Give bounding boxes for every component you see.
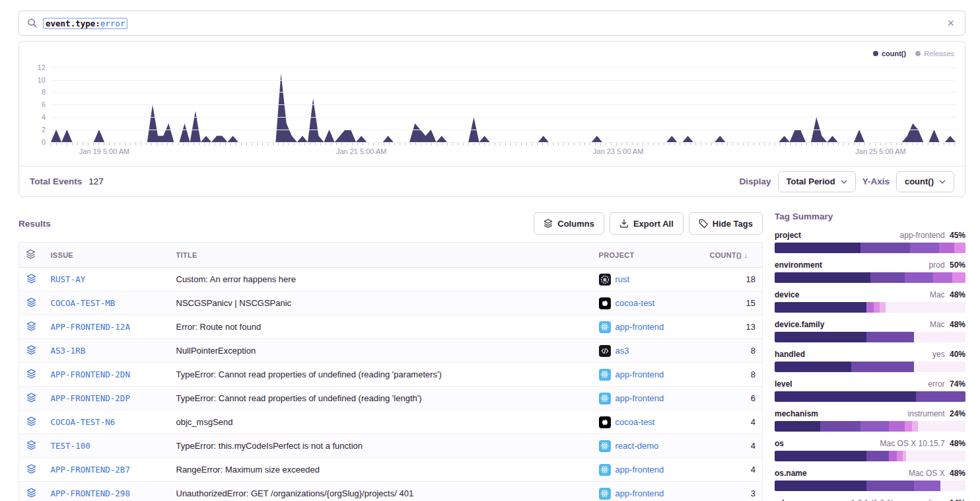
issue-stack-icon[interactable]: [26, 297, 36, 307]
columns-button[interactable]: Columns: [534, 212, 604, 235]
project-link[interactable]: as3: [615, 346, 629, 356]
project-link[interactable]: app-frontend: [615, 465, 664, 475]
issue-link[interactable]: APP-FRONTEND-2DP: [51, 393, 130, 403]
issue-stack-icon[interactable]: [26, 440, 36, 450]
tag-bar-segment: [905, 421, 913, 432]
tag-bar-segment: [820, 421, 860, 432]
tag-distribution-bar[interactable]: [775, 451, 965, 461]
code-project-icon: [599, 345, 611, 357]
tag-summary-item: mechanism instrument 24%: [775, 409, 965, 432]
issue-stack-icon[interactable]: [26, 416, 36, 426]
tag-distribution-bar[interactable]: [775, 272, 965, 283]
legend-item-releases[interactable]: Releases: [915, 50, 954, 58]
count-value: 4: [703, 434, 763, 458]
issue-title: objc_msgSend: [176, 417, 233, 427]
issue-stack-icon[interactable]: [26, 464, 36, 474]
gridline: [51, 104, 956, 105]
y-axis-tick-label: 6: [24, 100, 46, 108]
issue-link[interactable]: APP-FRONTEND-2DN: [51, 369, 130, 379]
tag-bar-segment: [914, 362, 965, 372]
issue-stack-icon[interactable]: [26, 488, 36, 498]
tag-top-value: instrument: [908, 409, 947, 418]
display-dropdown[interactable]: Total Period: [778, 171, 856, 192]
yaxis-dropdown[interactable]: count(): [896, 171, 954, 192]
tag-bar-segment: [897, 451, 903, 461]
x-axis-tick-label: Jan 19 5:00 AM: [79, 147, 129, 155]
legend-label: Releases: [924, 50, 954, 58]
tag-bar-segment: [916, 391, 965, 402]
tag-distribution-bar[interactable]: [775, 391, 965, 402]
chart-legend: count()Releases: [873, 50, 954, 58]
table-row: TEST-100 TypeError: this.myCodeIsPerfect…: [19, 434, 763, 458]
tag-bar-segment: [933, 272, 952, 283]
project-link[interactable]: react-demo: [615, 441, 659, 451]
issue-stack-icon[interactable]: [26, 393, 36, 403]
clear-search-icon[interactable]: ×: [944, 16, 957, 30]
project-link[interactable]: app-frontend: [615, 488, 664, 498]
export-all-button[interactable]: Export All: [610, 212, 683, 235]
tag-bar-segment: [775, 391, 916, 402]
tag-bar-segment: [851, 362, 914, 372]
issue-title: Error: Route not found: [176, 322, 262, 332]
total-events-value: 127: [88, 176, 104, 186]
project-link[interactable]: app-frontend: [615, 322, 664, 332]
count-value: 18: [703, 268, 763, 291]
tag-bar-segment: [870, 272, 905, 283]
issue-link[interactable]: COCOA-TEST-N6: [51, 417, 116, 427]
table-row: APP-FRONTEND-298 UnauthorizedError: GET …: [19, 482, 763, 501]
project-link[interactable]: app-frontend: [615, 369, 664, 379]
legend-dot-icon: [915, 51, 921, 56]
issue-stack-icon[interactable]: [26, 369, 36, 379]
react-project-icon: [599, 440, 611, 452]
tag-bar-segment: [775, 302, 866, 313]
table-row: APP-FRONTEND-12A Error: Route not found …: [19, 315, 763, 339]
x-axis-tick-label: Jan 25 5:00 AM: [855, 147, 905, 155]
tag-distribution-bar[interactable]: [775, 362, 965, 372]
column-header-issue[interactable]: ISSUE: [44, 243, 170, 268]
issue-stack-icon[interactable]: [26, 274, 36, 284]
search-input[interactable]: event.type:error: [43, 18, 939, 29]
tag-bar-segment: [775, 332, 866, 342]
tag-distribution-bar[interactable]: [775, 421, 965, 432]
legend-item-count[interactable]: count(): [873, 50, 906, 58]
tag-distribution-bar[interactable]: [775, 243, 965, 253]
gridline: [51, 80, 956, 81]
project-link[interactable]: cocoa-test: [615, 417, 655, 427]
tag-summary-item: level error 74%: [775, 379, 965, 402]
tag-bar-segment: [866, 332, 914, 342]
chart-panel: count()Releases 024681012 Jan 19 5:00 AM…: [18, 41, 965, 197]
gridline: [51, 92, 956, 93]
table-row: COCOA-TEST-N6 objc_msgSend cocoa-test 4: [19, 410, 763, 434]
y-axis-tick-label: 12: [24, 63, 46, 71]
issue-stack-icon[interactable]: [26, 345, 36, 355]
column-header-count[interactable]: COUNT() ↓: [703, 243, 763, 268]
tag-name: os.name: [775, 469, 807, 478]
issue-link[interactable]: APP-FRONTEND-298: [51, 488, 130, 498]
search-token[interactable]: event.type:error: [43, 18, 127, 29]
tag-distribution-bar[interactable]: [775, 332, 965, 342]
tag-distribution-bar[interactable]: [775, 481, 965, 491]
column-header-title[interactable]: TITLE: [170, 243, 592, 268]
x-axis-labels: Jan 19 5:00 AMJan 21 5:00 AMJan 23 5:00 …: [51, 147, 956, 161]
count-value: 6: [703, 387, 763, 410]
project-link[interactable]: cocoa-test: [615, 298, 655, 308]
issue-link[interactable]: AS3-1RB: [51, 346, 86, 356]
events-chart: 024681012: [51, 64, 956, 142]
tag-summary-sidebar: Tag Summary project app-frontend 45% env…: [775, 212, 965, 501]
issue-title: RangeError: Maximum size exceeded: [176, 465, 320, 475]
search-bar: event.type:error ×: [18, 11, 965, 36]
tag-distribution-bar[interactable]: [775, 302, 965, 313]
tag-bar-segment: [939, 243, 954, 253]
issue-link[interactable]: APP-FRONTEND-12A: [51, 322, 130, 332]
issue-stack-icon[interactable]: [26, 321, 36, 331]
issue-link[interactable]: RUST-AY: [51, 274, 86, 284]
column-header-project[interactable]: PROJECT: [592, 243, 703, 268]
project-link[interactable]: app-frontend: [615, 393, 664, 403]
tag-top-value: Mac: [930, 290, 947, 299]
project-link[interactable]: rust: [615, 274, 630, 284]
issue-link[interactable]: COCOA-TEST-MB: [51, 298, 116, 308]
tag-top-percent: 74%: [950, 379, 965, 389]
issue-link[interactable]: TEST-100: [51, 441, 90, 451]
hide-tags-button[interactable]: Hide Tags: [689, 212, 763, 235]
issue-link[interactable]: APP-FRONTEND-2B7: [51, 465, 130, 475]
